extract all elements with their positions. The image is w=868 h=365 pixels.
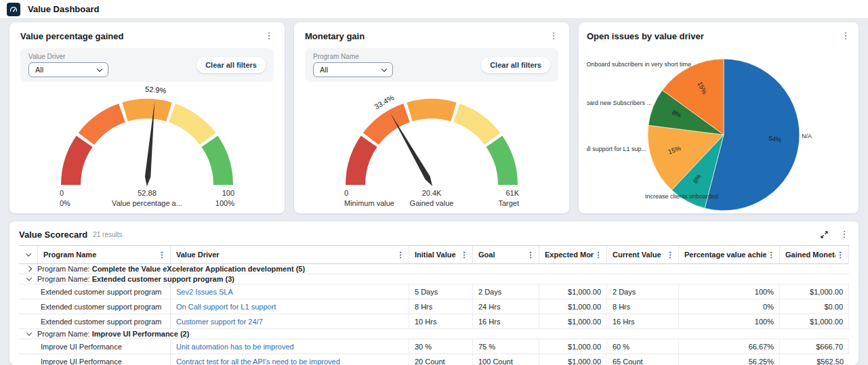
group-row[interactable]: Program Name: Improve UI Performance (2) bbox=[19, 329, 849, 339]
gauge-axis-value: 100 bbox=[222, 189, 234, 197]
gauge-axis-caption: Target bbox=[498, 199, 519, 207]
filter-panel: Value Driver All Clear all filters bbox=[20, 48, 274, 82]
cell-value-driver: On Call support for L1 support bbox=[171, 299, 409, 314]
cell-goal: 75 % bbox=[473, 339, 539, 354]
group-row[interactable]: Program Name: Extended customer support … bbox=[19, 274, 849, 284]
kebab-menu-icon[interactable]: ⋮ bbox=[549, 31, 558, 41]
cell-percentage-achieved: 56.25% bbox=[679, 354, 780, 365]
pie-slice-label: N/A bbox=[802, 133, 812, 139]
column-label: Gained Monetary Value bbox=[785, 251, 835, 259]
gauge-arc-segment bbox=[202, 136, 234, 186]
group-row[interactable]: Program Name: Complete the Value eXceler… bbox=[19, 264, 849, 274]
expand-icon[interactable] bbox=[820, 230, 829, 239]
charts-row: Value percentage gained ⋮ Value Driver A… bbox=[0, 19, 868, 213]
value-driver-link[interactable]: On Call support for L1 support bbox=[176, 303, 276, 311]
gauge-value-label: 33.4% bbox=[373, 93, 395, 111]
program-name-select[interactable]: All bbox=[313, 62, 393, 77]
column-menu-icon[interactable]: ⋮ bbox=[396, 250, 405, 259]
cell-program-name: Improve UI Performance bbox=[19, 339, 171, 354]
monetary-gain-gauge: 33.4%0Minimum value20.4KGained value61KT… bbox=[323, 83, 540, 208]
column-header-value-driver[interactable]: Value Driver⋮ bbox=[171, 246, 409, 264]
select-all-header[interactable] bbox=[19, 246, 38, 264]
top-bar: Value Dashboard bbox=[0, 0, 868, 19]
pie-slice-label: On Call support for L1 sup... bbox=[587, 146, 646, 152]
chevron-down-icon bbox=[25, 251, 30, 256]
value-driver-select[interactable]: All bbox=[28, 62, 108, 77]
gauge-axis-value: 20.4K bbox=[422, 189, 442, 197]
column-menu-icon[interactable]: ⋮ bbox=[766, 250, 776, 259]
cell-expected-monetary: $1,000.00 bbox=[539, 314, 607, 329]
gauge-axis-caption: Value percentage a... bbox=[112, 199, 182, 207]
gauge-axis-value: 0 bbox=[344, 189, 348, 197]
column-menu-icon[interactable]: ⋮ bbox=[526, 250, 535, 259]
cell-gained-monetary: $666.70 bbox=[780, 339, 849, 354]
value-driver-link[interactable]: Customer support for 24/7 bbox=[176, 318, 263, 326]
column-label: Percentage value achieved bbox=[684, 251, 766, 259]
cell-expected-monetary: $1,000.00 bbox=[539, 299, 607, 314]
value-percentage-gauge: 52.9%00%52.88Value percentage a...100100… bbox=[39, 83, 255, 208]
cell-goal: 2 Days bbox=[473, 284, 539, 299]
gauge-axis-caption: Minimum value bbox=[344, 199, 394, 207]
cell-current-value: 65 Count bbox=[607, 354, 679, 365]
cell-current-value: 2 Days bbox=[607, 284, 679, 299]
filter-label: Value Driver bbox=[28, 53, 108, 60]
clear-filters-button[interactable]: Clear all filters bbox=[197, 57, 266, 73]
gauge-arc-segment bbox=[487, 136, 518, 186]
column-label: Program Name bbox=[43, 251, 157, 259]
cell-gained-monetary: $562.50 bbox=[780, 354, 849, 365]
column-label: Current Value bbox=[613, 251, 665, 259]
cell-percentage-achieved: 100% bbox=[679, 314, 780, 329]
card-monetary-gain: Monetary gain ⋮ Program Name All Clear a… bbox=[294, 22, 569, 213]
gauge-axis-caption: 100% bbox=[215, 199, 234, 207]
cell-goal: 100 Count bbox=[473, 354, 539, 365]
filter-label: Program Name bbox=[313, 53, 393, 60]
column-header-current-value[interactable]: Current Value⋮ bbox=[607, 246, 679, 264]
cell-goal: 16 Hrs bbox=[473, 314, 539, 329]
column-header-program-name[interactable]: Program Name⋮ bbox=[38, 246, 171, 264]
value-driver-link[interactable]: Sev2 Issues SLA bbox=[176, 288, 233, 296]
column-menu-icon[interactable]: ⋮ bbox=[665, 250, 675, 259]
kebab-menu-icon[interactable]: ⋮ bbox=[841, 31, 850, 41]
cell-goal: 24 Hrs bbox=[473, 299, 539, 314]
cell-value-driver: Contract test for all the API's need to … bbox=[171, 354, 409, 365]
gauge-needle bbox=[390, 112, 432, 186]
pie-slice-label: Increase clients onboarded bbox=[645, 193, 718, 200]
cell-gained-monetary: $1,000.00 bbox=[780, 314, 849, 329]
gauge-arc-segment bbox=[407, 99, 456, 121]
chevron-down-icon[interactable] bbox=[26, 330, 32, 335]
chevron-right-icon[interactable] bbox=[26, 266, 32, 272]
clear-filters-button[interactable]: Clear all filters bbox=[481, 57, 550, 73]
card-value-percentage-gained: Value percentage gained ⋮ Value Driver A… bbox=[9, 22, 285, 213]
cell-initial-value: 5 Days bbox=[409, 284, 473, 299]
cell-current-value: 16 Hrs bbox=[607, 314, 679, 329]
app-logo-gauge-icon bbox=[7, 3, 20, 16]
column-header-percentage-value-achieved[interactable]: Percentage value achieved⋮ bbox=[679, 246, 780, 264]
column-menu-icon[interactable]: ⋮ bbox=[835, 250, 845, 259]
column-menu-icon[interactable]: ⋮ bbox=[459, 250, 469, 259]
pie-slice-label: Onboard new Subscribers ... bbox=[587, 100, 652, 106]
results-count: 21 results bbox=[93, 231, 122, 238]
chevron-down-icon[interactable] bbox=[26, 275, 32, 280]
column-header-expected-monetar[interactable]: Expected Monetar...⋮ bbox=[539, 246, 607, 264]
card-open-issues: Open issues by value driver ⋮ 54%N/A8%In… bbox=[579, 22, 859, 213]
column-header-initial-value[interactable]: Initial Value⋮ bbox=[409, 246, 473, 264]
cell-percentage-achieved: 66.67% bbox=[679, 339, 780, 354]
column-header-goal[interactable]: Goal⋮ bbox=[473, 246, 539, 264]
gauge-arc-segment bbox=[453, 104, 500, 145]
kebab-menu-icon[interactable]: ⋮ bbox=[840, 230, 849, 239]
value-driver-link[interactable]: Unit automation has to be improved bbox=[176, 343, 294, 351]
kebab-menu-icon[interactable]: ⋮ bbox=[264, 31, 274, 41]
column-label: Expected Monetar... bbox=[545, 251, 594, 259]
column-menu-icon[interactable]: ⋮ bbox=[157, 250, 167, 259]
column-header-gained-monetary-value[interactable]: Gained Monetary Value⋮ bbox=[780, 246, 849, 264]
cell-initial-value: 8 Hrs bbox=[409, 299, 473, 314]
column-label: Goal bbox=[478, 251, 526, 259]
column-label: Value Driver bbox=[176, 251, 396, 259]
gauge-axis-caption: Gained value bbox=[410, 199, 454, 207]
cell-expected-monetary: $1,000.00 bbox=[539, 339, 607, 354]
column-label: Initial Value bbox=[415, 251, 459, 259]
gauge-axis-caption: 0% bbox=[60, 199, 70, 207]
cell-percentage-achieved: 0% bbox=[679, 299, 780, 314]
value-driver-link[interactable]: Contract test for all the API's need to … bbox=[176, 358, 340, 365]
column-menu-icon[interactable]: ⋮ bbox=[594, 250, 603, 259]
